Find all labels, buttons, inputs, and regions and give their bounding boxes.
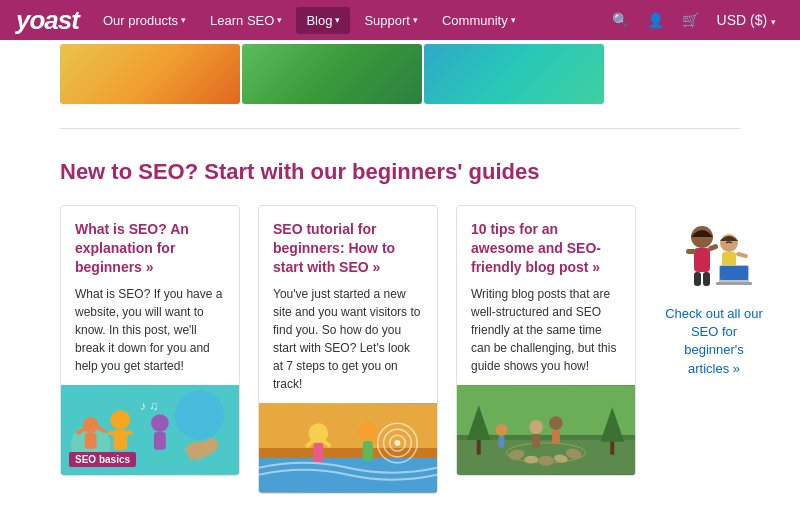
currency-selector[interactable]: USD ($) ▾ [709,6,784,34]
section-divider [60,128,740,129]
svg-rect-62 [716,282,752,285]
svg-point-7 [151,414,169,432]
card-10-tips: 10 tips for an awesome and SEO-friendly … [456,205,636,476]
card-title-3[interactable]: 10 tips for an awesome and SEO-friendly … [471,220,621,277]
chevron-down-icon: ▾ [413,15,418,25]
card-image-2 [259,403,437,493]
card-title-2[interactable]: SEO tutorial for beginners: How to start… [273,220,423,277]
svg-rect-50 [499,436,505,448]
svg-point-49 [496,424,508,436]
card-title-1[interactable]: What is SEO? An explanation for beginner… [75,220,225,277]
card-text-3: Writing blog posts that are well-structu… [471,285,621,375]
svg-rect-44 [552,430,560,444]
card-text-1: What is SEO? If you have a website, you … [75,285,225,375]
chevron-down-icon: ▾ [277,15,282,25]
search-icon[interactable]: 🔍 [604,6,637,34]
svg-rect-26 [363,441,373,461]
svg-rect-57 [703,272,710,286]
hero-thumb-1 [60,44,240,104]
nav-item-learn-seo[interactable]: Learn SEO ▾ [200,7,292,34]
nav-item-products[interactable]: Our products ▾ [93,7,196,34]
nav-item-community[interactable]: Community ▾ [432,7,526,34]
main-nav: yoast Our products ▾ Learn SEO ▾ Blog ▾ … [0,0,800,40]
svg-point-14 [83,417,99,433]
svg-rect-8 [154,432,166,450]
svg-point-43 [549,416,563,430]
card-body-3: 10 tips for an awesome and SEO-friendly … [457,206,635,385]
beginners-section: New to SEO? Start with our beginners' gu… [0,159,800,530]
svg-point-37 [524,455,538,463]
nav-icons: 🔍 👤 🛒 USD ($) ▾ [604,6,784,34]
svg-rect-12 [195,452,199,460]
svg-text:♪ ♫: ♪ ♫ [140,399,158,413]
card-badge-1: SEO basics [69,452,136,467]
svg-rect-53 [694,248,710,272]
svg-rect-15 [85,433,97,449]
svg-rect-42 [532,434,540,448]
section-title: New to SEO? Start with our beginners' gu… [60,159,740,185]
svg-point-10 [204,438,218,452]
svg-rect-6 [125,431,133,435]
sidebar-illustration [664,215,764,295]
logo[interactable]: yoast [16,5,79,36]
card-text-2: You've just started a new site and you w… [273,285,423,393]
svg-rect-61 [720,266,748,280]
svg-point-38 [538,455,554,465]
hero-thumb-3 [424,44,604,104]
svg-rect-54 [686,249,696,254]
hero-thumb-2 [242,44,422,104]
hero-strip [0,40,800,108]
svg-rect-5 [107,431,115,435]
nav-item-support[interactable]: Support ▾ [354,7,428,34]
svg-point-41 [529,420,543,434]
svg-rect-56 [694,272,701,286]
chevron-down-icon: ▾ [181,15,186,25]
svg-rect-4 [113,430,127,450]
chevron-down-icon: ▾ [511,15,516,25]
svg-rect-11 [190,452,194,460]
nav-item-blog[interactable]: Blog ▾ [296,7,350,34]
card-body-1: What is SEO? An explanation for beginner… [61,206,239,385]
svg-point-3 [110,410,130,430]
svg-point-1 [175,390,224,439]
card-body-2: SEO tutorial for beginners: How to start… [259,206,437,403]
card-image-3 [457,385,635,475]
sidebar-link[interactable]: Check out all our SEO for beginner's art… [664,305,764,378]
user-icon[interactable]: 👤 [639,6,672,34]
card-image-1: ♪ ♫ SEO basics [61,385,239,475]
card-seo-tutorial: SEO tutorial for beginners: How to start… [258,205,438,494]
svg-rect-22 [313,443,323,463]
svg-point-31 [394,440,400,446]
chevron-down-icon: ▾ [335,15,340,25]
cards-row: What is SEO? An explanation for beginner… [60,205,740,494]
cart-icon[interactable]: 🛒 [674,6,707,34]
sidebar-promo: Check out all our SEO for beginner's art… [654,205,774,388]
chevron-down-icon: ▾ [771,17,776,27]
card-what-is-seo: What is SEO? An explanation for beginner… [60,205,240,476]
